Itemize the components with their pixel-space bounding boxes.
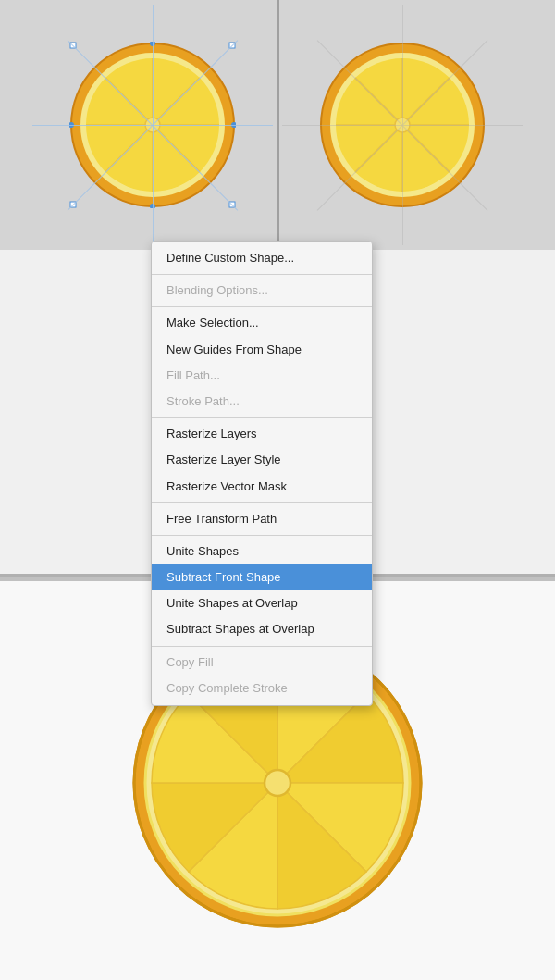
- menu-item-unite-shapes[interactable]: Unite Shapes: [152, 539, 372, 564]
- menu-item-free-transform[interactable]: Free Transform Path: [152, 506, 372, 532]
- menu-item-blending-options[interactable]: Blending Options...: [152, 278, 372, 304]
- top-section: 思缘设计论坛 www.MISSVUAN.COM: [0, 0, 555, 574]
- menu-item-unite-shapes-overlap[interactable]: Unite Shapes at Overlap: [152, 590, 372, 616]
- menu-separator-3: [152, 417, 372, 418]
- menu-item-rasterize-layer-style[interactable]: Rasterize Layer Style: [152, 447, 372, 473]
- menu-item-make-selection[interactable]: Make Selection...: [152, 310, 372, 336]
- menu-item-new-guides[interactable]: New Guides From Shape: [152, 337, 372, 363]
- menu-item-fill-path[interactable]: Fill Path...: [152, 363, 372, 389]
- menu-item-rasterize-vector-mask[interactable]: Rasterize Vector Mask: [152, 474, 372, 500]
- context-menu[interactable]: Define Custom Shape... Blending Options.…: [151, 241, 373, 706]
- menu-separator-5: [152, 535, 372, 536]
- menu-item-subtract-front-shape[interactable]: Subtract Front Shape: [152, 564, 372, 590]
- right-guides: [282, 5, 523, 245]
- menu-item-copy-fill[interactable]: Copy Fill: [152, 650, 372, 676]
- left-guides: [32, 5, 273, 245]
- svg-point-27: [265, 770, 290, 796]
- menu-separator-6: [152, 646, 372, 647]
- canvas-area: [0, 0, 555, 250]
- menu-separator-2: [152, 306, 372, 307]
- citrus-right-container: [319, 42, 486, 208]
- menu-item-rasterize-layers[interactable]: Rasterize Layers: [152, 421, 372, 447]
- menu-item-subtract-shapes-overlap[interactable]: Subtract Shapes at Overlap: [152, 616, 372, 642]
- menu-separator-4: [152, 502, 372, 503]
- menu-item-define-custom-shape[interactable]: Define Custom Shape...: [152, 245, 372, 271]
- menu-item-stroke-path[interactable]: Stroke Path...: [152, 389, 372, 415]
- canvas-divider: [278, 0, 279, 250]
- menu-separator-1: [152, 274, 372, 275]
- menu-item-copy-complete-stroke[interactable]: Copy Complete Stroke: [152, 676, 372, 701]
- citrus-left-container: [69, 42, 236, 208]
